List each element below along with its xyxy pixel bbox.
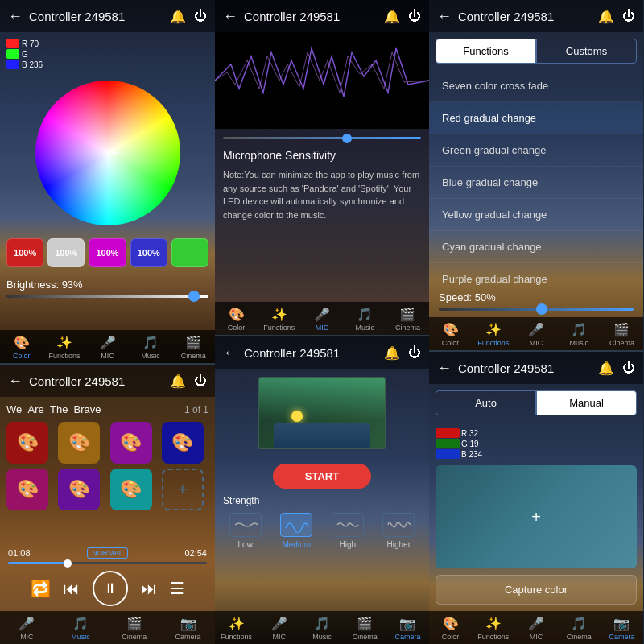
progress-thumb[interactable] [64, 559, 72, 568]
swatch-pink[interactable]: 100% [89, 238, 126, 267]
alarm-icon-mic[interactable]: 🔔 [384, 9, 400, 24]
tab-manual[interactable]: Manual [536, 390, 637, 415]
nav-color-camera[interactable]: 🎨 Color [429, 616, 472, 641]
alarm-icon-functions[interactable]: 🔔 [598, 9, 614, 24]
alarm-icon-col1[interactable]: 🔔 [170, 9, 186, 24]
speed-slider[interactable] [439, 308, 634, 311]
back-scenes[interactable]: ← [8, 373, 23, 390]
back-cinema[interactable]: ← [223, 345, 237, 361]
tab-functions[interactable]: Functions [436, 39, 536, 64]
tab-auto[interactable]: Auto [436, 390, 536, 415]
swatch-red[interactable]: 100% [6, 238, 43, 267]
nav-functions-camera[interactable]: ✨ Functions [472, 616, 514, 641]
swatch-green[interactable] [171, 238, 208, 267]
nav-camera-scenes[interactable]: 📷 Camera [161, 616, 215, 641]
start-button[interactable]: START [273, 464, 371, 489]
speed-thumb[interactable] [536, 303, 547, 315]
strength-high[interactable]: High [325, 513, 370, 549]
brightness-slider[interactable] [6, 295, 208, 298]
swatch-white[interactable]: 100% [47, 238, 85, 267]
menu-button[interactable]: ☰ [170, 579, 184, 598]
player-progress[interactable] [8, 562, 207, 564]
power-icon-cinema[interactable]: ⏻ [408, 345, 421, 360]
scene-add-button[interactable]: + [162, 469, 204, 510]
alarm-icon-scenes[interactable]: 🔔 [170, 374, 186, 389]
nav-mic-col1[interactable]: 🎤 MIC [86, 335, 129, 360]
scene-item-4[interactable]: 🎨 [162, 422, 204, 464]
power-icon-camera[interactable]: ⏻ [622, 361, 635, 375]
swatch-pink-label: 100% [96, 248, 118, 258]
back-button-col1[interactable]: ← [8, 8, 23, 25]
color-wheel[interactable]: + [35, 80, 180, 225]
nav-cinema-scenes[interactable]: 🎬 Cinema [108, 616, 162, 641]
strength-low[interactable]: Low [223, 513, 268, 549]
strength-wave-high [332, 513, 364, 537]
play-pause-button[interactable]: ⏸ [93, 571, 128, 606]
function-cyan-gradual[interactable]: Cyan gradual change [429, 231, 643, 263]
nav-camera-cinema[interactable]: 📷 Camera [386, 616, 429, 641]
back-functions[interactable]: ← [437, 8, 452, 25]
capture-color-button[interactable]: Capture color [436, 575, 637, 605]
tv-lamp [291, 411, 303, 422]
nav-music-cinema[interactable]: 🎵 Music [300, 616, 343, 641]
strength-higher[interactable]: Higher [377, 513, 422, 549]
back-mic[interactable]: ← [223, 8, 237, 25]
power-icon-functions[interactable]: ⏻ [622, 9, 635, 23]
nav-mic-scenes[interactable]: 🎤 MIC [0, 616, 54, 641]
nav-functions-cinema[interactable]: ✨ Functions [215, 616, 258, 641]
power-icon-col1[interactable]: ⏻ [194, 9, 207, 23]
scene-item-2[interactable]: 🎨 [58, 422, 100, 464]
next-button[interactable]: ⏭ [141, 580, 157, 598]
nav-cinema-cinema[interactable]: 🎬 Cinema [344, 616, 386, 641]
nav-cinema-mic[interactable]: 🎬 Cinema [386, 307, 429, 332]
alarm-icon-cinema[interactable]: 🔔 [384, 345, 400, 361]
function-green-gradual[interactable]: Green gradual change [429, 134, 643, 167]
function-purple-gradual[interactable]: Purple gradual change [429, 263, 643, 285]
nav-functions-mic[interactable]: ✨ Functions [258, 307, 300, 332]
camera-nav-icon-scenes: 📷 [180, 616, 196, 631]
nav-functions-functions[interactable]: ✨ Functions [472, 322, 514, 347]
nav-music-functions[interactable]: 🎵 Music [558, 322, 601, 347]
nav-music-mic[interactable]: 🎵 Music [344, 307, 386, 332]
nav-camera-camera[interactable]: 📷 Camera [601, 616, 643, 641]
nav-color-mic[interactable]: 🎨 Color [215, 307, 258, 332]
scene-item-3[interactable]: 🎨 [110, 422, 152, 464]
nav-color-functions[interactable]: 🎨 Color [429, 322, 472, 347]
top-bar-scenes: ← Controller 249581 🔔 ⏻ [0, 365, 215, 397]
strength-medium[interactable]: Medium [275, 513, 320, 549]
function-yellow-gradual[interactable]: Yellow gradual change [429, 199, 643, 231]
nav-functions-col1[interactable]: ✨ Functions [43, 335, 85, 360]
nav-music-scenes[interactable]: 🎵 Music [54, 616, 108, 641]
scene-item-7[interactable]: 🎨 [110, 469, 152, 510]
nav-music-col1[interactable]: 🎵 Music [129, 335, 171, 360]
alarm-icon-camera[interactable]: 🔔 [598, 361, 614, 376]
nav-cinema-col1[interactable]: 🎬 Cinema [172, 335, 215, 360]
mic-slider[interactable] [223, 137, 421, 139]
swatch-blue[interactable]: 100% [130, 238, 167, 267]
scene-item-6[interactable]: 🎨 [58, 469, 100, 510]
nav-mic-mic[interactable]: 🎤 MIC [300, 307, 343, 332]
power-icon-mic[interactable]: ⏻ [408, 9, 421, 23]
tab-customs[interactable]: Customs [536, 39, 637, 64]
function-seven-color[interactable]: Seven color cross fade [429, 70, 643, 102]
color-wheel-container[interactable]: + [35, 80, 180, 225]
nav-cinema-functions[interactable]: 🎬 Cinema [601, 322, 643, 347]
back-camera[interactable]: ← [437, 360, 452, 377]
function-red-gradual[interactable]: Red gradual change [429, 102, 643, 134]
nav-cinema-camera[interactable]: 🎵 Cinema [558, 616, 601, 641]
nav-mic-camera[interactable]: 🎤 MIC [514, 616, 557, 641]
mic-slider-thumb[interactable] [342, 134, 352, 143]
color-panel: ← Controller 249581 🔔 ⏻ R 70 G [0, 0, 215, 365]
power-icon-scenes[interactable]: ⏻ [194, 374, 207, 388]
nav-color-col1[interactable]: 🎨 Color [0, 335, 43, 360]
scene-item-1[interactable]: 🎨 [6, 422, 48, 464]
prev-button[interactable]: ⏮ [64, 580, 80, 598]
brightness-thumb[interactable] [188, 291, 200, 302]
color-canvas[interactable]: + [436, 465, 637, 568]
nav-mic-cinema[interactable]: 🎤 MIC [258, 616, 300, 641]
music-nav-icon: 🎵 [142, 335, 159, 350]
repeat-button[interactable]: 🔁 [31, 579, 51, 598]
scene-item-5[interactable]: 🎨 [6, 469, 48, 510]
function-blue-gradual[interactable]: Blue gradual change [429, 167, 643, 199]
nav-mic-functions[interactable]: 🎤 MIC [514, 322, 557, 347]
